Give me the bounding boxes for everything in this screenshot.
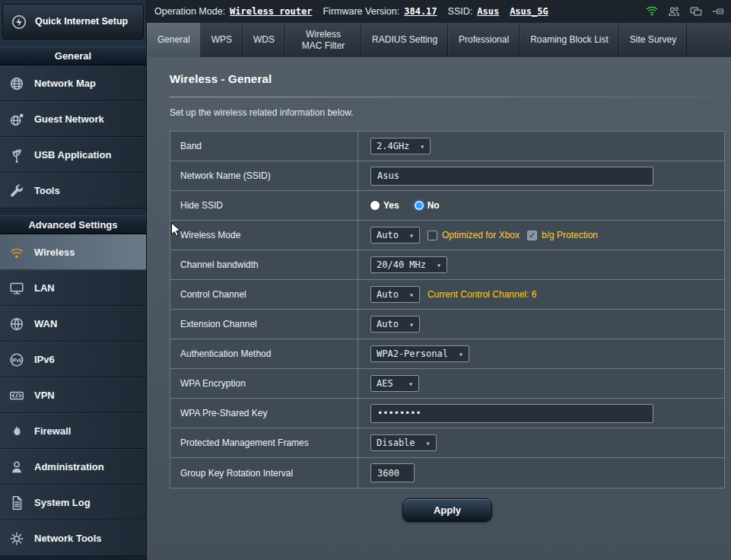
sidebar-item-vpn[interactable]: VPN	[0, 377, 146, 413]
sidebar: Quick Internet Setup GeneralNetwork MapG…	[0, 0, 147, 560]
clients-icon[interactable]	[667, 5, 681, 18]
band-select[interactable]: 2.4GHz▾	[370, 138, 431, 154]
field-control-network-name-ssid	[358, 161, 724, 190]
tab-radius-setting[interactable]: RADIUS Setting	[361, 23, 448, 57]
lan-icon	[7, 278, 27, 298]
b-g-protection-checkbox[interactable]: ✓b/g Protection	[527, 230, 598, 240]
sidebar-item-tools[interactable]: Tools	[0, 173, 146, 208]
sidebar-item-wireless[interactable]: Wireless	[0, 234, 146, 270]
usb-application-icon	[7, 145, 27, 165]
checkbox-icon: ✓	[527, 231, 537, 240]
field-control-extension-channel: Auto▾	[358, 310, 724, 339]
extension-channel-select[interactable]: Auto▾	[370, 316, 420, 332]
field-control-protected-management-frames: Disable▾	[358, 428, 724, 457]
sidebar-item-administration[interactable]: Administration	[0, 449, 146, 485]
authentication-method-select[interactable]: WPA2-Personal▾	[370, 345, 469, 362]
tab-site-survey[interactable]: Site Survey	[619, 23, 687, 57]
form-row-wireless-mode: Wireless ModeAuto▾✓Optimized for Xbox✓b/…	[170, 221, 724, 250]
chevron-down-icon: ▾	[437, 261, 441, 269]
sidebar-item-network-map[interactable]: Network Map	[0, 65, 146, 101]
ssid-link-24ghz[interactable]: Asus	[477, 6, 499, 17]
firewall-icon	[7, 422, 27, 441]
tab-wps[interactable]: WPS	[201, 23, 243, 57]
field-label-hide-ssid: Hide SSID	[170, 191, 358, 220]
sidebar-item-label: Network Map	[34, 78, 96, 89]
tab-wds[interactable]: WDS	[243, 23, 285, 57]
network-map-icon	[7, 74, 27, 94]
wireless-settings-table: Band2.4GHz▾Network Name (SSID)Hide SSIDY…	[170, 131, 725, 488]
checkbox-icon: ✓	[427, 231, 437, 240]
radio-icon	[370, 201, 380, 210]
field-label-group-key-rotation-interval: Group Key Rotation Interval	[170, 458, 358, 488]
quick-internet-setup-button[interactable]: Quick Internet Setup	[2, 4, 144, 40]
content-panel: Wireless - General Set up the wireless r…	[147, 57, 731, 560]
tab-roaming-block-list[interactable]: Roaming Block List	[520, 23, 619, 57]
sidebar-item-label: USB Application	[34, 149, 111, 161]
status-text: Operation Mode: Wireless router Firmware…	[154, 6, 559, 17]
control-channel-select[interactable]: Auto▾	[370, 286, 420, 303]
sidebar-item-label: WAN	[34, 318, 57, 329]
field-label-extension-channel: Extension Channel	[170, 310, 358, 339]
sidebar-section-general: General	[0, 46, 146, 65]
chevron-down-icon: ▾	[459, 350, 463, 358]
tab-wireless-mac-filter[interactable]: Wireless MAC Filter	[285, 23, 361, 57]
hide-ssid-radio-yes[interactable]: Yes	[370, 200, 399, 211]
channel-bandwidth-select[interactable]: 20/40 MHz▾	[370, 256, 447, 273]
sidebar-item-wan[interactable]: WAN	[0, 306, 146, 342]
network-name-ssid-input[interactable]	[370, 167, 653, 186]
form-row-band: Band2.4GHz▾	[170, 132, 724, 161]
operation-mode-label: Operation Mode:	[154, 6, 225, 17]
wpa-pre-shared-key-input[interactable]	[370, 404, 653, 423]
sidebar-item-label: IPv6	[34, 354, 55, 365]
wireless-mode-select[interactable]: Auto▾	[370, 227, 420, 243]
selected-value: Auto	[377, 319, 399, 329]
sidebar-item-system-log[interactable]: System Log	[0, 485, 146, 520]
sidebar-item-lan[interactable]: LAN	[0, 270, 146, 306]
sidebar-item-network-tools[interactable]: Network Tools	[0, 520, 146, 556]
operation-mode-link[interactable]: Wireless router	[230, 6, 312, 17]
selected-value: Auto	[377, 230, 399, 240]
selected-value: Auto	[377, 289, 399, 300]
field-label-wireless-mode: Wireless Mode	[170, 221, 358, 250]
tab-professional[interactable]: Professional	[448, 23, 520, 57]
sidebar-item-ipv6[interactable]: IPv6IPv6	[0, 342, 146, 377]
sidebar-item-label: Administration	[34, 461, 104, 473]
form-row-wpa-pre-shared-key: WPA Pre-Shared Key	[170, 399, 724, 428]
usb-plug-icon[interactable]	[711, 5, 725, 18]
field-control-group-key-rotation-interval	[358, 458, 724, 488]
sidebar-item-guest-network[interactable]: Guest Network	[0, 101, 146, 137]
devices-icon[interactable]	[689, 5, 703, 18]
protected-management-frames-select[interactable]: Disable▾	[370, 434, 437, 451]
firmware-version-link[interactable]: 384.17	[404, 6, 437, 17]
tools-icon	[7, 181, 27, 201]
wireless-icon	[7, 243, 27, 262]
apply-row: Apply	[170, 488, 725, 522]
form-row-channel-bandwidth: Channel bandwidth20/40 MHz▾	[170, 250, 724, 280]
hide-ssid-radio-no[interactable]: No	[415, 200, 440, 211]
wpa-encryption-select[interactable]: AES▾	[370, 375, 419, 392]
form-row-authentication-method: Authentication MethodWPA2-Personal▾	[170, 339, 724, 369]
sidebar-item-label: LAN	[34, 282, 55, 294]
optimized-for-xbox-checkbox[interactable]: ✓Optimized for Xbox	[427, 230, 520, 240]
chevron-down-icon: ▾	[409, 291, 414, 299]
wireless-tab-bar: GeneralWPSWDSWireless MAC FilterRADIUS S…	[147, 23, 731, 57]
top-status-bar: Operation Mode: Wireless router Firmware…	[147, 0, 731, 23]
field-label-band: Band	[170, 132, 358, 161]
group-key-rotation-interval-input[interactable]	[370, 463, 415, 482]
field-label-channel-bandwidth: Channel bandwidth	[170, 250, 358, 279]
apply-button[interactable]: Apply	[402, 498, 492, 522]
field-label-protected-management-frames: Protected Management Frames	[170, 428, 358, 457]
ssid-link-5ghz[interactable]: Asus_5G	[510, 6, 548, 17]
guest-network-icon	[7, 110, 27, 129]
selected-value: Disable	[377, 438, 415, 448]
field-control-wpa-pre-shared-key	[358, 399, 724, 428]
wan-icon	[7, 314, 27, 334]
form-row-hide-ssid: Hide SSIDYesNo	[170, 191, 724, 221]
form-row-network-name-ssid: Network Name (SSID)	[170, 161, 724, 191]
sidebar-item-usb-application[interactable]: USB Application	[0, 137, 146, 173]
sidebar-item-firewall[interactable]: Firewall	[0, 413, 146, 449]
wifi-status-icon[interactable]	[645, 5, 659, 18]
svg-text:IPv6: IPv6	[11, 357, 22, 362]
tab-general[interactable]: General	[147, 23, 201, 57]
form-row-control-channel: Control ChannelAuto▾Current Control Chan…	[170, 280, 724, 310]
